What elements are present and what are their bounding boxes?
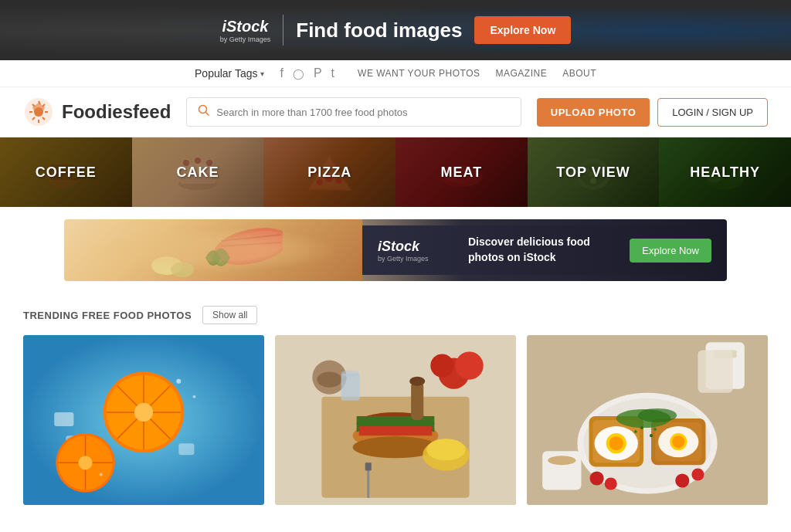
middle-banner-image bbox=[64, 219, 362, 281]
svg-point-31 bbox=[211, 222, 283, 271]
nav-bar: Popular Tags ▾ f ◯ P t WE WANT YOUR PHOT… bbox=[0, 60, 791, 87]
logo[interactable]: Foodiesfeed bbox=[23, 97, 171, 127]
svg-point-101 bbox=[640, 426, 643, 429]
facebook-icon[interactable]: f bbox=[280, 66, 283, 80]
category-meat[interactable]: MEAT bbox=[396, 137, 528, 207]
trending-header: TRENDING FREE FOOD PHOTOS Show all bbox=[23, 306, 768, 324]
svg-point-96 bbox=[675, 473, 689, 487]
pinterest-icon[interactable]: P bbox=[314, 66, 322, 80]
svg-point-54 bbox=[100, 473, 103, 476]
search-bar bbox=[186, 97, 521, 127]
category-topview[interactable]: TOP VIEW bbox=[528, 137, 660, 207]
svg-rect-60 bbox=[359, 426, 433, 435]
category-coffee[interactable]: COFFEE bbox=[0, 137, 132, 207]
show-all-button[interactable]: Show all bbox=[202, 306, 257, 324]
svg-rect-79 bbox=[698, 350, 732, 392]
search-icon bbox=[198, 104, 210, 120]
istock-logo-top: iStock by Getty Images bbox=[220, 18, 271, 43]
header: Foodiesfeed UPLOAD PHOTO LOGIN / SIGN UP bbox=[0, 87, 791, 137]
logo-text: Foodiesfeed bbox=[62, 101, 171, 123]
istock-badge: iStock by Getty Images bbox=[378, 239, 429, 263]
svg-line-33 bbox=[221, 235, 281, 241]
svg-rect-70 bbox=[365, 463, 372, 470]
svg-point-93 bbox=[638, 408, 677, 422]
svg-line-3 bbox=[206, 113, 209, 116]
top-banner-content: iStock by Getty Images Find food images … bbox=[220, 15, 572, 46]
nav-link-photos[interactable]: WE WANT YOUR PHOTOS bbox=[358, 68, 480, 79]
photo-card-2[interactable] bbox=[275, 335, 516, 505]
banner-divider bbox=[283, 15, 283, 46]
chevron-down-icon: ▾ bbox=[260, 69, 264, 78]
social-links: f ◯ P t bbox=[280, 66, 334, 80]
category-coffee-label: COFFEE bbox=[0, 137, 132, 207]
photo-card-1[interactable] bbox=[23, 335, 264, 505]
middle-banner-text: Discover delicious food photos on iStock bbox=[468, 235, 590, 265]
banner-tagline: Find food images bbox=[296, 19, 462, 42]
istock-name: iStock bbox=[222, 18, 268, 36]
svg-point-95 bbox=[605, 477, 617, 490]
category-healthy[interactable]: HEALTHY bbox=[659, 137, 791, 207]
svg-rect-39 bbox=[178, 443, 194, 455]
photo-card-3[interactable] bbox=[527, 335, 768, 505]
svg-point-72 bbox=[426, 439, 465, 460]
trending-title: TRENDING FREE FOOD PHOTOS bbox=[23, 310, 192, 321]
search-input[interactable] bbox=[216, 107, 509, 118]
svg-point-97 bbox=[691, 468, 704, 480]
category-grid: COFFEE CAKE bbox=[0, 137, 791, 207]
istock-badge-sub: by Getty Images bbox=[378, 255, 429, 263]
svg-point-68 bbox=[409, 377, 425, 386]
svg-point-66 bbox=[317, 372, 341, 388]
svg-point-100 bbox=[634, 430, 637, 433]
twitter-icon[interactable]: t bbox=[331, 66, 334, 80]
svg-rect-37 bbox=[54, 412, 73, 426]
category-topview-label: TOP VIEW bbox=[528, 137, 660, 207]
svg-point-94 bbox=[590, 471, 604, 485]
istock-subtitle: by Getty Images bbox=[220, 36, 271, 43]
category-cake-label: CAKE bbox=[132, 137, 264, 207]
svg-rect-67 bbox=[411, 381, 423, 420]
svg-point-1 bbox=[34, 107, 43, 117]
upload-photo-button[interactable]: UPLOAD PHOTO bbox=[537, 98, 650, 127]
svg-point-53 bbox=[192, 395, 195, 398]
logo-icon bbox=[23, 97, 54, 127]
middle-banner-line2: photos on iStock bbox=[468, 250, 590, 266]
svg-point-29 bbox=[151, 256, 182, 275]
instagram-icon[interactable]: ◯ bbox=[293, 68, 304, 80]
popular-tags-label: Popular Tags bbox=[195, 67, 257, 80]
middle-banner-explore-button[interactable]: Explore Now bbox=[630, 239, 711, 263]
top-banner: iStock by Getty Images Find food images … bbox=[0, 0, 791, 60]
trending-section: TRENDING FREE FOOD PHOTOS Show all bbox=[0, 293, 791, 505]
photo-grid bbox=[23, 335, 768, 505]
svg-point-88 bbox=[609, 436, 623, 450]
svg-rect-73 bbox=[341, 374, 360, 401]
nav-link-about[interactable]: ABOUT bbox=[562, 68, 596, 79]
category-meat-label: MEAT bbox=[396, 137, 528, 207]
category-cake[interactable]: CAKE bbox=[132, 137, 264, 207]
category-healthy-label: HEALTHY bbox=[659, 137, 791, 207]
svg-point-46 bbox=[134, 403, 153, 422]
svg-point-63 bbox=[455, 351, 483, 379]
svg-point-99 bbox=[548, 456, 575, 465]
svg-point-51 bbox=[78, 456, 92, 469]
category-pizza-label: PIZZA bbox=[263, 137, 396, 207]
nav-link-magazine[interactable]: MAGAZINE bbox=[495, 68, 547, 79]
popular-tags[interactable]: Popular Tags ▾ bbox=[195, 67, 264, 80]
login-signup-button[interactable]: LOGIN / SIGN UP bbox=[657, 98, 768, 127]
svg-point-103 bbox=[650, 434, 653, 437]
svg-point-74 bbox=[341, 371, 360, 377]
svg-point-102 bbox=[654, 428, 657, 431]
svg-point-52 bbox=[176, 379, 181, 384]
svg-point-30 bbox=[171, 262, 194, 277]
category-pizza[interactable]: PIZZA bbox=[263, 137, 396, 207]
istock-badge-main: iStock bbox=[378, 239, 429, 255]
nav-links: WE WANT YOUR PHOTOS MAGAZINE ABOUT bbox=[358, 68, 596, 79]
header-actions: UPLOAD PHOTO LOGIN / SIGN UP bbox=[537, 98, 768, 127]
banner-explore-button[interactable]: Explore Now bbox=[474, 16, 571, 44]
middle-banner[interactable]: iStock by Getty Images Discover deliciou… bbox=[64, 219, 727, 281]
svg-point-91 bbox=[672, 435, 684, 448]
svg-point-64 bbox=[430, 354, 453, 377]
svg-point-32 bbox=[214, 225, 283, 267]
svg-line-34 bbox=[221, 242, 281, 246]
middle-banner-text-area: iStock by Getty Images Discover deliciou… bbox=[362, 225, 727, 274]
middle-banner-line1: Discover delicious food bbox=[468, 235, 590, 250]
